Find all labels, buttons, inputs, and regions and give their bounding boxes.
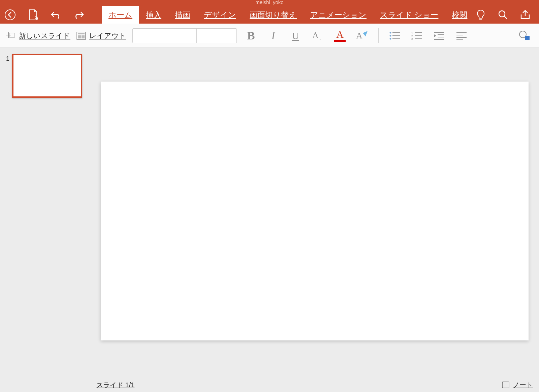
svg-text:A: A bbox=[356, 31, 362, 40]
redo-button[interactable] bbox=[72, 8, 86, 22]
back-button[interactable] bbox=[3, 8, 17, 22]
slide-counter: スライド 1/1 bbox=[96, 381, 134, 390]
editor-area: スライド 1/1 ノート bbox=[90, 48, 539, 392]
svg-text:A: A bbox=[312, 31, 319, 40]
separator bbox=[378, 28, 379, 43]
layout-button[interactable]: レイアウト bbox=[76, 31, 126, 40]
document-title: meishi_yoko bbox=[0, 0, 539, 6]
share-icon bbox=[520, 10, 531, 20]
tab-design[interactable]: デザイン bbox=[197, 6, 243, 24]
separator-2 bbox=[478, 28, 478, 43]
font-effects-button[interactable]: A.. bbox=[310, 28, 326, 44]
new-slide-icon bbox=[6, 31, 15, 40]
indent-button[interactable] bbox=[431, 28, 447, 44]
undo-button[interactable] bbox=[49, 8, 63, 22]
file-button[interactable] bbox=[26, 8, 40, 22]
svg-text:3: 3 bbox=[411, 37, 413, 40]
italic-button[interactable]: I bbox=[265, 28, 281, 44]
svg-rect-4 bbox=[78, 33, 85, 34]
slide-number: 1 bbox=[5, 55, 9, 62]
shapes-icon bbox=[519, 30, 531, 41]
shapes-button[interactable] bbox=[517, 28, 533, 44]
undo-icon bbox=[51, 10, 61, 20]
tab-row: ホーム 挿入 描画 デザイン 画面切り替え アニメーション スライド ショー 校… bbox=[0, 6, 539, 24]
tab-slideshow[interactable]: スライド ショー bbox=[373, 6, 445, 24]
header-right-icons bbox=[474, 8, 539, 22]
align-button[interactable] bbox=[453, 28, 470, 44]
search-button[interactable] bbox=[496, 8, 510, 22]
tab-draw[interactable]: 描画 bbox=[168, 6, 197, 24]
svg-point-10 bbox=[390, 32, 391, 33]
svg-point-12 bbox=[390, 38, 391, 39]
svg-rect-17 bbox=[525, 36, 530, 40]
header-left-icons bbox=[2, 8, 88, 22]
lightbulb-icon bbox=[476, 9, 485, 20]
font-size-input[interactable] bbox=[197, 29, 236, 43]
bulleted-list-button[interactable] bbox=[387, 28, 403, 44]
slide-thumbnails-panel: 1 bbox=[0, 48, 90, 392]
tab-home[interactable]: ホーム bbox=[102, 6, 139, 24]
font-color-swatch bbox=[334, 40, 346, 42]
font-color-icon: A bbox=[336, 30, 344, 39]
highlight-button[interactable]: A bbox=[354, 28, 370, 44]
svg-point-0 bbox=[5, 10, 15, 20]
font-controls bbox=[132, 28, 237, 43]
ribbon-tabs: ホーム 挿入 描画 デザイン 画面切り替え アニメーション スライド ショー 校… bbox=[102, 6, 474, 24]
svg-point-11 bbox=[390, 35, 391, 36]
back-arrow-icon bbox=[4, 9, 16, 21]
file-icon bbox=[28, 9, 38, 21]
tab-animations[interactable]: アニメーション bbox=[304, 6, 373, 24]
app-header: meishi_yoko ホーム 挿入 描画 デザイン 画面切り替え アニメーショ… bbox=[0, 0, 539, 24]
notes-toggle[interactable]: ノート bbox=[502, 381, 533, 390]
slide-canvas[interactable] bbox=[101, 82, 529, 340]
new-slide-button[interactable]: 新しいスライド bbox=[6, 31, 70, 40]
slide-thumbnail-1[interactable] bbox=[12, 54, 82, 98]
layout-label: レイアウト bbox=[89, 31, 126, 40]
redo-icon bbox=[73, 10, 84, 20]
tab-insert[interactable]: 挿入 bbox=[139, 6, 168, 24]
svg-rect-6 bbox=[82, 35, 85, 38]
font-effects-icon: A.. bbox=[312, 31, 324, 41]
canvas-wrap bbox=[90, 48, 539, 378]
svg-rect-18 bbox=[502, 382, 509, 388]
tellme-button[interactable] bbox=[474, 8, 487, 22]
search-icon bbox=[498, 10, 508, 20]
tab-transitions[interactable]: 画面切り替え bbox=[243, 6, 304, 24]
svg-rect-5 bbox=[78, 35, 81, 38]
align-icon bbox=[456, 31, 467, 40]
font-color-button[interactable]: A bbox=[332, 30, 348, 42]
notes-icon bbox=[502, 382, 509, 388]
svg-text:..: .. bbox=[318, 36, 321, 41]
new-slide-label: 新しいスライド bbox=[19, 31, 70, 40]
ribbon-toolbar: 新しいスライド レイアウト B I U A.. A A 123 bbox=[0, 24, 539, 48]
numbered-list-button[interactable]: 123 bbox=[409, 28, 425, 44]
highlight-icon: A bbox=[355, 30, 369, 41]
share-button[interactable] bbox=[518, 8, 532, 22]
status-bar: スライド 1/1 ノート bbox=[90, 378, 539, 392]
svg-point-1 bbox=[499, 11, 505, 17]
numbers-icon: 123 bbox=[411, 31, 423, 40]
workspace: 1 スライド 1/1 ノート bbox=[0, 48, 539, 392]
underline-button[interactable]: U bbox=[287, 28, 304, 44]
thumbnail-row: 1 bbox=[5, 54, 85, 98]
layout-icon bbox=[76, 31, 86, 40]
indent-icon bbox=[434, 31, 445, 40]
notes-label: ノート bbox=[513, 381, 533, 390]
bold-button[interactable]: B bbox=[243, 28, 259, 44]
font-name-input[interactable] bbox=[133, 29, 197, 43]
tab-review[interactable]: 校閲 bbox=[445, 6, 474, 24]
bullets-icon bbox=[389, 31, 401, 40]
